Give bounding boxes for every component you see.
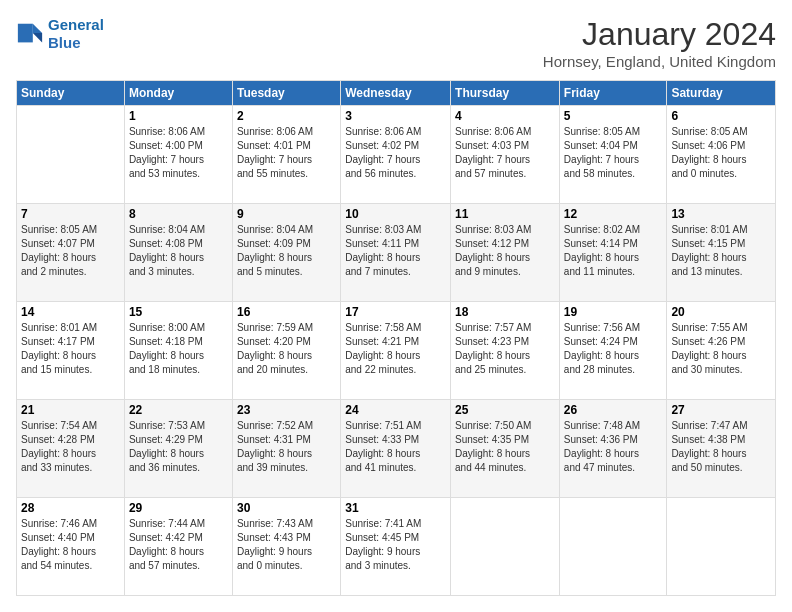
cell-content: Sunrise: 8:05 AM Sunset: 4:07 PM Dayligh… (21, 223, 120, 279)
calendar-cell (559, 498, 667, 596)
day-number: 26 (564, 403, 663, 417)
day-number: 23 (237, 403, 336, 417)
calendar-cell (17, 106, 125, 204)
day-number: 12 (564, 207, 663, 221)
calendar-week-1: 1Sunrise: 8:06 AM Sunset: 4:00 PM Daylig… (17, 106, 776, 204)
cell-content: Sunrise: 7:48 AM Sunset: 4:36 PM Dayligh… (564, 419, 663, 475)
calendar-cell: 21Sunrise: 7:54 AM Sunset: 4:28 PM Dayli… (17, 400, 125, 498)
cell-content: Sunrise: 7:58 AM Sunset: 4:21 PM Dayligh… (345, 321, 446, 377)
day-number: 21 (21, 403, 120, 417)
calendar-cell: 19Sunrise: 7:56 AM Sunset: 4:24 PM Dayli… (559, 302, 667, 400)
calendar-cell: 30Sunrise: 7:43 AM Sunset: 4:43 PM Dayli… (232, 498, 340, 596)
calendar-week-3: 14Sunrise: 8:01 AM Sunset: 4:17 PM Dayli… (17, 302, 776, 400)
day-number: 20 (671, 305, 771, 319)
calendar-cell: 22Sunrise: 7:53 AM Sunset: 4:29 PM Dayli… (124, 400, 232, 498)
day-header-saturday: Saturday (667, 81, 776, 106)
calendar-cell: 12Sunrise: 8:02 AM Sunset: 4:14 PM Dayli… (559, 204, 667, 302)
svg-marker-0 (33, 24, 42, 33)
calendar-cell: 27Sunrise: 7:47 AM Sunset: 4:38 PM Dayli… (667, 400, 776, 498)
calendar-cell (667, 498, 776, 596)
cell-content: Sunrise: 8:00 AM Sunset: 4:18 PM Dayligh… (129, 321, 228, 377)
day-number: 10 (345, 207, 446, 221)
logo: General Blue (16, 16, 104, 52)
logo-general: General (48, 16, 104, 33)
calendar-cell: 18Sunrise: 7:57 AM Sunset: 4:23 PM Dayli… (451, 302, 560, 400)
calendar-cell: 14Sunrise: 8:01 AM Sunset: 4:17 PM Dayli… (17, 302, 125, 400)
cell-content: Sunrise: 8:06 AM Sunset: 4:03 PM Dayligh… (455, 125, 555, 181)
cell-content: Sunrise: 8:06 AM Sunset: 4:00 PM Dayligh… (129, 125, 228, 181)
cell-content: Sunrise: 7:56 AM Sunset: 4:24 PM Dayligh… (564, 321, 663, 377)
page: General Blue January 2024 Hornsey, Engla… (0, 0, 792, 612)
cell-content: Sunrise: 8:03 AM Sunset: 4:12 PM Dayligh… (455, 223, 555, 279)
cell-content: Sunrise: 7:52 AM Sunset: 4:31 PM Dayligh… (237, 419, 336, 475)
day-number: 3 (345, 109, 446, 123)
cell-content: Sunrise: 8:01 AM Sunset: 4:15 PM Dayligh… (671, 223, 771, 279)
cell-content: Sunrise: 7:47 AM Sunset: 4:38 PM Dayligh… (671, 419, 771, 475)
day-header-friday: Friday (559, 81, 667, 106)
calendar-week-2: 7Sunrise: 8:05 AM Sunset: 4:07 PM Daylig… (17, 204, 776, 302)
day-number: 19 (564, 305, 663, 319)
day-number: 24 (345, 403, 446, 417)
calendar-cell: 7Sunrise: 8:05 AM Sunset: 4:07 PM Daylig… (17, 204, 125, 302)
calendar-cell (451, 498, 560, 596)
calendar-cell: 8Sunrise: 8:04 AM Sunset: 4:08 PM Daylig… (124, 204, 232, 302)
calendar-cell: 17Sunrise: 7:58 AM Sunset: 4:21 PM Dayli… (341, 302, 451, 400)
cell-content: Sunrise: 8:04 AM Sunset: 4:09 PM Dayligh… (237, 223, 336, 279)
calendar-cell: 16Sunrise: 7:59 AM Sunset: 4:20 PM Dayli… (232, 302, 340, 400)
calendar-cell: 1Sunrise: 8:06 AM Sunset: 4:00 PM Daylig… (124, 106, 232, 204)
calendar-week-4: 21Sunrise: 7:54 AM Sunset: 4:28 PM Dayli… (17, 400, 776, 498)
calendar-week-5: 28Sunrise: 7:46 AM Sunset: 4:40 PM Dayli… (17, 498, 776, 596)
cell-content: Sunrise: 8:04 AM Sunset: 4:08 PM Dayligh… (129, 223, 228, 279)
logo-blue: Blue (48, 34, 81, 51)
svg-rect-2 (18, 24, 33, 43)
calendar-cell: 26Sunrise: 7:48 AM Sunset: 4:36 PM Dayli… (559, 400, 667, 498)
day-number: 11 (455, 207, 555, 221)
day-number: 14 (21, 305, 120, 319)
day-header-wednesday: Wednesday (341, 81, 451, 106)
month-title: January 2024 (543, 16, 776, 53)
cell-content: Sunrise: 7:51 AM Sunset: 4:33 PM Dayligh… (345, 419, 446, 475)
cell-content: Sunrise: 7:44 AM Sunset: 4:42 PM Dayligh… (129, 517, 228, 573)
cell-content: Sunrise: 8:05 AM Sunset: 4:06 PM Dayligh… (671, 125, 771, 181)
cell-content: Sunrise: 8:02 AM Sunset: 4:14 PM Dayligh… (564, 223, 663, 279)
day-number: 18 (455, 305, 555, 319)
day-number: 30 (237, 501, 336, 515)
day-header-thursday: Thursday (451, 81, 560, 106)
day-number: 28 (21, 501, 120, 515)
calendar-header-row: SundayMondayTuesdayWednesdayThursdayFrid… (17, 81, 776, 106)
calendar-cell: 20Sunrise: 7:55 AM Sunset: 4:26 PM Dayli… (667, 302, 776, 400)
calendar-cell: 3Sunrise: 8:06 AM Sunset: 4:02 PM Daylig… (341, 106, 451, 204)
cell-content: Sunrise: 7:50 AM Sunset: 4:35 PM Dayligh… (455, 419, 555, 475)
svg-marker-1 (33, 33, 42, 42)
calendar-cell: 11Sunrise: 8:03 AM Sunset: 4:12 PM Dayli… (451, 204, 560, 302)
calendar-cell: 10Sunrise: 8:03 AM Sunset: 4:11 PM Dayli… (341, 204, 451, 302)
cell-content: Sunrise: 8:06 AM Sunset: 4:02 PM Dayligh… (345, 125, 446, 181)
day-number: 5 (564, 109, 663, 123)
cell-content: Sunrise: 8:03 AM Sunset: 4:11 PM Dayligh… (345, 223, 446, 279)
calendar-cell: 13Sunrise: 8:01 AM Sunset: 4:15 PM Dayli… (667, 204, 776, 302)
day-number: 22 (129, 403, 228, 417)
calendar-cell: 24Sunrise: 7:51 AM Sunset: 4:33 PM Dayli… (341, 400, 451, 498)
title-block: January 2024 Hornsey, England, United Ki… (543, 16, 776, 70)
calendar-cell: 23Sunrise: 7:52 AM Sunset: 4:31 PM Dayli… (232, 400, 340, 498)
cell-content: Sunrise: 7:57 AM Sunset: 4:23 PM Dayligh… (455, 321, 555, 377)
calendar-cell: 28Sunrise: 7:46 AM Sunset: 4:40 PM Dayli… (17, 498, 125, 596)
day-number: 29 (129, 501, 228, 515)
day-number: 7 (21, 207, 120, 221)
cell-content: Sunrise: 7:54 AM Sunset: 4:28 PM Dayligh… (21, 419, 120, 475)
calendar-cell: 29Sunrise: 7:44 AM Sunset: 4:42 PM Dayli… (124, 498, 232, 596)
day-number: 9 (237, 207, 336, 221)
day-number: 1 (129, 109, 228, 123)
calendar-cell: 15Sunrise: 8:00 AM Sunset: 4:18 PM Dayli… (124, 302, 232, 400)
day-number: 15 (129, 305, 228, 319)
calendar-table: SundayMondayTuesdayWednesdayThursdayFrid… (16, 80, 776, 596)
day-header-monday: Monday (124, 81, 232, 106)
day-number: 13 (671, 207, 771, 221)
day-number: 6 (671, 109, 771, 123)
cell-content: Sunrise: 7:41 AM Sunset: 4:45 PM Dayligh… (345, 517, 446, 573)
day-header-tuesday: Tuesday (232, 81, 340, 106)
header: General Blue January 2024 Hornsey, Engla… (16, 16, 776, 70)
calendar-cell: 9Sunrise: 8:04 AM Sunset: 4:09 PM Daylig… (232, 204, 340, 302)
day-number: 2 (237, 109, 336, 123)
cell-content: Sunrise: 8:01 AM Sunset: 4:17 PM Dayligh… (21, 321, 120, 377)
